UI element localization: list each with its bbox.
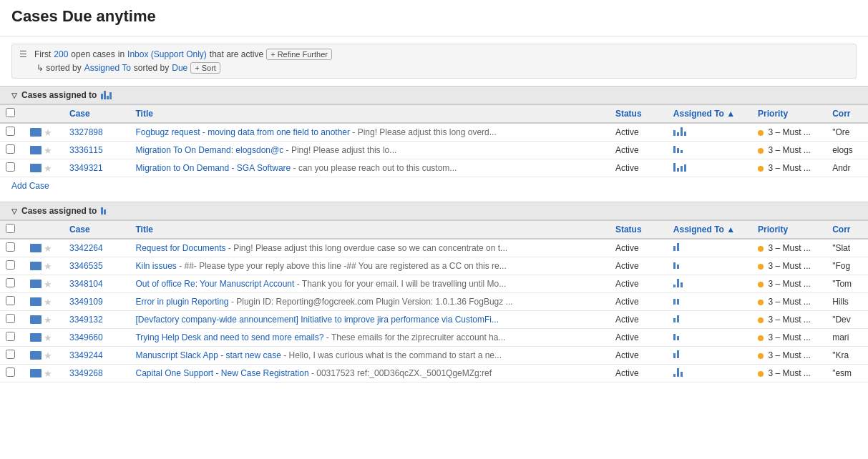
row-checkbox-cell bbox=[0, 257, 24, 275]
status-badge: Active bbox=[615, 297, 639, 307]
row-status-cell: Active bbox=[610, 123, 668, 142]
star-icon[interactable]: ★ bbox=[44, 163, 52, 174]
email-icon[interactable] bbox=[30, 164, 42, 172]
row-checkbox[interactable] bbox=[6, 127, 15, 136]
collapse-icon[interactable]: ▽ bbox=[11, 207, 17, 215]
row-corr-cell: Hills bbox=[826, 293, 868, 311]
sort-button[interactable]: + Sort bbox=[190, 62, 220, 74]
row-icons-cell: ★ bbox=[24, 159, 64, 177]
star-icon[interactable]: ★ bbox=[44, 368, 52, 379]
filter-sort2-link[interactable]: Due bbox=[172, 63, 187, 73]
row-icons-cell: ★ bbox=[24, 257, 64, 275]
row-assigned-cell bbox=[668, 347, 752, 365]
case-id-link[interactable]: 3342264 bbox=[69, 243, 103, 253]
filter-count-link[interactable]: 200 bbox=[54, 49, 68, 59]
table-row: ★ 3349321 Migration to On Demand - SGA S… bbox=[0, 159, 868, 177]
star-icon[interactable]: ★ bbox=[44, 261, 52, 272]
row-checkbox[interactable] bbox=[6, 367, 15, 377]
filter-sort1-link[interactable]: Assigned To bbox=[84, 63, 131, 73]
priority-label: 3 – Must ... bbox=[768, 297, 810, 307]
row-priority-cell: 3 – Must ... bbox=[752, 329, 826, 347]
table-row: ★ 3349132 [Devfactory company-wide annou… bbox=[0, 311, 868, 329]
email-icon[interactable] bbox=[30, 369, 42, 377]
email-icon[interactable] bbox=[30, 333, 42, 342]
filter-inbox-link[interactable]: Inbox (Support Only) bbox=[127, 49, 207, 59]
case-id-link[interactable]: 3349268 bbox=[69, 368, 103, 378]
case-id-link[interactable]: 3346535 bbox=[69, 261, 103, 271]
case-id-link[interactable]: 3349660 bbox=[69, 332, 103, 342]
collapse-icon[interactable]: ▽ bbox=[11, 92, 17, 99]
th-corr[interactable]: Corr bbox=[826, 221, 868, 240]
case-id-link[interactable]: 3336115 bbox=[69, 145, 103, 155]
row-checkbox[interactable] bbox=[6, 260, 15, 270]
email-icon[interactable] bbox=[30, 297, 42, 306]
case-id-link[interactable]: 3327898 bbox=[69, 127, 103, 137]
page-title: Cases Due anytime bbox=[11, 7, 857, 26]
email-icon[interactable] bbox=[30, 128, 42, 137]
row-checkbox[interactable] bbox=[6, 162, 15, 172]
row-status-cell: Active bbox=[610, 257, 668, 275]
star-icon[interactable]: ★ bbox=[44, 145, 52, 156]
th-title[interactable]: Title bbox=[130, 221, 609, 240]
section-header-1: ▽ Cases assigned to bbox=[0, 86, 868, 104]
priority-label: 3 – Must ... bbox=[768, 261, 810, 271]
star-icon[interactable]: ★ bbox=[44, 350, 52, 361]
case-title-main: Out of office Re: Your Manuscript Accoun… bbox=[135, 279, 294, 289]
th-priority[interactable]: Priority bbox=[752, 221, 826, 240]
section-header-2: ▽ Cases assigned to bbox=[0, 202, 868, 220]
row-checkbox[interactable] bbox=[6, 332, 15, 341]
priority-dot bbox=[758, 166, 764, 172]
row-checkbox[interactable] bbox=[6, 350, 15, 359]
th-check[interactable] bbox=[0, 221, 24, 240]
assigned-avatar bbox=[673, 262, 680, 269]
row-checkbox[interactable] bbox=[6, 296, 15, 305]
case-id-link[interactable]: 3349244 bbox=[69, 350, 103, 360]
th-title[interactable]: Title bbox=[130, 105, 609, 124]
star-icon[interactable]: ★ bbox=[44, 315, 52, 325]
case-id-link[interactable]: 3349321 bbox=[69, 163, 103, 173]
email-icon[interactable] bbox=[30, 280, 42, 288]
priority-dot bbox=[758, 130, 764, 136]
row-icons-cell: ★ bbox=[24, 275, 64, 293]
row-assigned-cell bbox=[668, 257, 752, 275]
add-case-link[interactable]: Add Case bbox=[0, 177, 868, 194]
case-id-link[interactable]: 3348104 bbox=[69, 279, 103, 289]
row-checkbox-cell bbox=[0, 311, 24, 329]
assigned-avatar bbox=[673, 368, 683, 377]
th-assigned[interactable]: Assigned To ▲ bbox=[668, 221, 752, 240]
th-case[interactable]: Case bbox=[64, 221, 130, 240]
row-checkbox[interactable] bbox=[6, 278, 15, 287]
select-all-checkbox[interactable] bbox=[6, 224, 15, 233]
table-row: ★ 3348104 Out of office Re: Your Manuscr… bbox=[0, 275, 868, 293]
email-icon[interactable] bbox=[30, 244, 42, 252]
star-icon[interactable]: ★ bbox=[44, 243, 52, 254]
row-checkbox[interactable] bbox=[6, 314, 15, 323]
refine-further-button[interactable]: + Refine Further bbox=[266, 49, 332, 60]
th-assigned[interactable]: Assigned To ▲ bbox=[668, 105, 752, 124]
email-icon[interactable] bbox=[30, 351, 42, 360]
star-icon[interactable]: ★ bbox=[44, 127, 52, 138]
th-status[interactable]: Status bbox=[610, 105, 668, 124]
case-title-main: Request for Documents bbox=[135, 243, 225, 253]
case-title-sub: - Ping! Please adjust this long overdue … bbox=[226, 243, 508, 253]
select-all-checkbox[interactable] bbox=[6, 108, 15, 117]
case-title-sub: - These emails for the ziprecruiter acco… bbox=[324, 332, 506, 342]
email-icon[interactable] bbox=[30, 315, 42, 324]
case-id-link[interactable]: 3349109 bbox=[69, 297, 103, 307]
email-icon[interactable] bbox=[30, 146, 42, 154]
row-checkbox[interactable] bbox=[6, 144, 15, 154]
star-icon[interactable]: ★ bbox=[44, 332, 52, 343]
priority-label: 3 – Must ... bbox=[768, 368, 810, 378]
case-id-link[interactable]: 3349132 bbox=[69, 315, 103, 325]
th-corr[interactable]: Corr bbox=[826, 105, 868, 124]
email-icon[interactable] bbox=[30, 262, 42, 270]
row-case-id-cell: 3349321 bbox=[64, 159, 130, 177]
th-status[interactable]: Status bbox=[610, 221, 668, 240]
row-checkbox[interactable] bbox=[6, 242, 15, 252]
th-check[interactable] bbox=[0, 105, 24, 124]
star-icon[interactable]: ★ bbox=[44, 279, 52, 290]
th-priority[interactable]: Priority bbox=[752, 105, 826, 124]
th-case[interactable]: Case bbox=[64, 105, 130, 124]
star-icon[interactable]: ★ bbox=[44, 297, 52, 307]
priority-dot bbox=[758, 264, 764, 270]
